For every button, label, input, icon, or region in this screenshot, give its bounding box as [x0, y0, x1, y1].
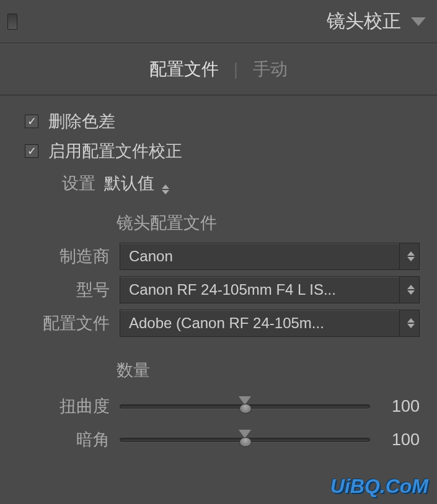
- vignette-slider[interactable]: [120, 430, 370, 449]
- checkbox-row-remove-ca: ✓ 删除色差: [25, 110, 420, 133]
- dropdown-stepper-icon: [399, 243, 419, 269]
- tab-manual[interactable]: 手动: [253, 58, 288, 81]
- tab-bar: 配置文件 | 手动: [0, 43, 437, 95]
- checkbox-label-enable-profile: 启用配置文件校正: [48, 140, 182, 162]
- checkbox-label-remove-ca: 删除色差: [48, 110, 115, 133]
- vignette-value[interactable]: 100: [370, 430, 420, 450]
- dropdown-stepper-icon: [399, 310, 419, 336]
- model-value: Canon RF 24-105mm F4 L IS...: [120, 281, 399, 298]
- profile-value: Adobe (Canon RF 24-105m...: [120, 315, 399, 332]
- amount-section: 数量 扭曲度 100 暗角 100: [17, 359, 420, 451]
- distortion-slider[interactable]: [120, 397, 370, 415]
- model-dropdown[interactable]: Canon RF 24-105mm F4 L IS...: [120, 276, 420, 303]
- model-label: 型号: [17, 279, 120, 301]
- tab-separator: |: [234, 59, 238, 79]
- watermark: UiBQ.CoM: [330, 475, 428, 498]
- profile-dropdown[interactable]: Adobe (Canon RF 24-105m...: [120, 310, 420, 337]
- panel-body: ✓ 删除色差 ✓ 启用配置文件校正 设置 默认值 镜头配置文件 制造商 Cano…: [0, 95, 437, 451]
- distortion-label: 扭曲度: [17, 395, 120, 417]
- collapse-triangle-icon[interactable]: [411, 17, 426, 26]
- slider-row-distortion: 扭曲度 100: [17, 395, 420, 417]
- setup-value: 默认值: [104, 174, 154, 193]
- checkbox-row-enable-profile: ✓ 启用配置文件校正: [25, 140, 420, 162]
- slider-row-vignette: 暗角 100: [17, 428, 420, 451]
- checkbox-enable-profile[interactable]: ✓: [25, 144, 38, 158]
- checkbox-remove-ca[interactable]: ✓: [25, 115, 38, 128]
- tab-profile[interactable]: 配置文件: [149, 58, 219, 81]
- make-dropdown[interactable]: Canon: [120, 243, 420, 270]
- dropdown-row-make: 制造商 Canon: [17, 243, 420, 270]
- setup-row: 设置 默认值: [62, 172, 420, 194]
- panel-header: 镜头校正: [0, 0, 437, 43]
- vignette-label: 暗角: [17, 428, 120, 451]
- lens-profile-section-title: 镜头配置文件: [117, 212, 420, 234]
- dropdown-stepper-icon: [399, 277, 419, 303]
- distortion-value[interactable]: 100: [370, 397, 420, 416]
- make-value: Canon: [120, 248, 399, 265]
- dropdown-row-profile: 配置文件 Adobe (Canon RF 24-105m...: [17, 310, 420, 337]
- updown-icon: [162, 185, 169, 194]
- profile-label: 配置文件: [17, 312, 120, 334]
- setup-label: 设置: [62, 172, 95, 194]
- panel-title: 镜头校正: [327, 9, 401, 34]
- panel-title-wrap: 镜头校正: [327, 9, 426, 34]
- make-label: 制造商: [17, 245, 120, 267]
- amount-section-title: 数量: [117, 359, 420, 381]
- dropdown-row-model: 型号 Canon RF 24-105mm F4 L IS...: [17, 276, 420, 303]
- panel-toggle-switch[interactable]: [7, 14, 17, 30]
- setup-dropdown[interactable]: 默认值: [104, 172, 169, 194]
